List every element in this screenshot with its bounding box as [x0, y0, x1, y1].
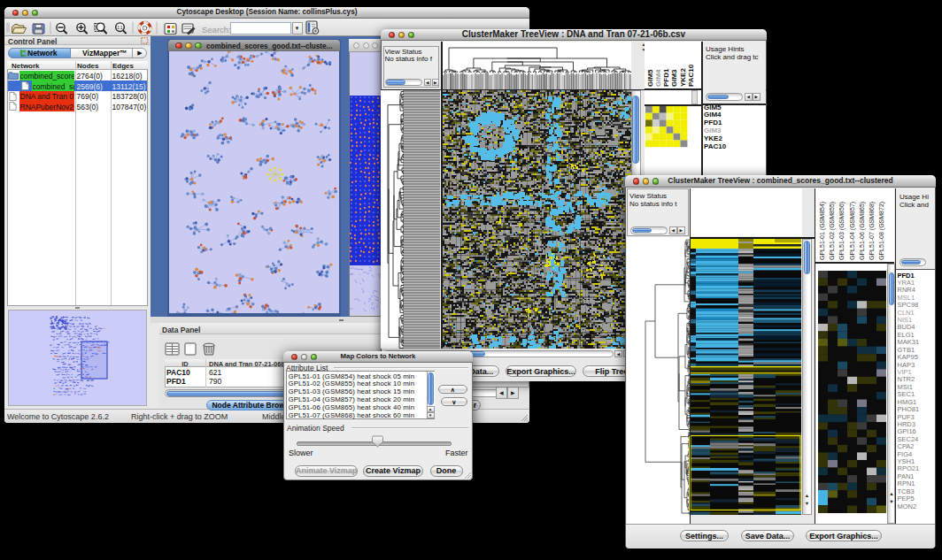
- svg-text:GPL51-01 (GSM854): GPL51-01 (GSM854): [819, 202, 826, 260]
- svg-text:GPL51-04 (GSM857): GPL51-04 (GSM857): [849, 202, 856, 260]
- svg-text:GPL51-08 (GSM872): GPL51-08 (GSM872): [878, 202, 885, 260]
- svg-text:GPL51-02 (GSM855): GPL51-02 (GSM855): [829, 202, 836, 260]
- svg-text:GPL51-07 (GSM868): GPL51-07 (GSM868): [869, 202, 876, 260]
- svg-text:GPL51-03 (GSM856): GPL51-03 (GSM856): [838, 202, 845, 260]
- svg-text:GPL51-06 (GSM865): GPL51-06 (GSM865): [859, 202, 866, 260]
